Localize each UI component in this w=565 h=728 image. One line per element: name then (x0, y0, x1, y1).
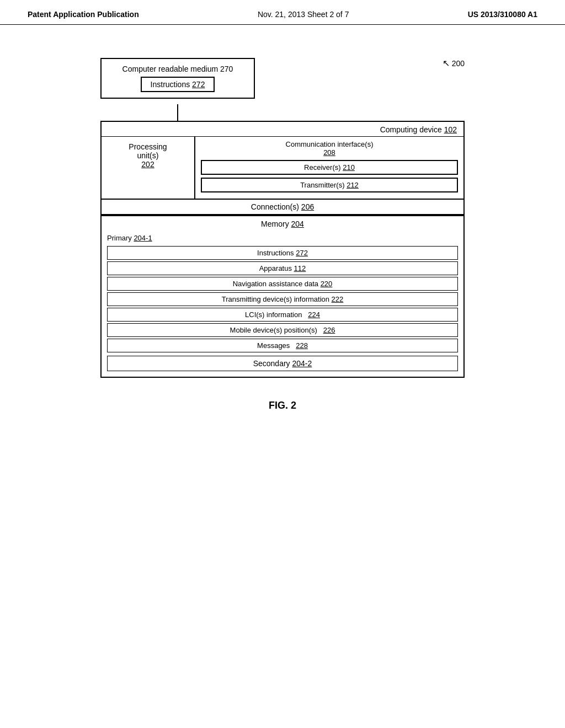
top-section: Computer readable medium 270 Instruction… (100, 58, 465, 99)
memory-row-transmitting-ref: 222 (332, 295, 344, 303)
memory-row-mobile-ref: 226 (323, 326, 335, 334)
memory-row-instructions-ref: 272 (296, 249, 308, 257)
memory-row-apparatus-text: Apparatus 112 (259, 264, 306, 272)
ref-200-label: ↖ 200 (443, 58, 465, 68)
connection-ref: 206 (301, 202, 314, 211)
comm-ref: 208 (323, 148, 335, 157)
receiver-box: Receiver(s) 210 (201, 160, 458, 175)
memory-row-transmitting: Transmitting device(s) information 222 (107, 292, 458, 306)
receiver-text: Receiver(s) 210 (304, 163, 355, 172)
comm-section: Communication interface(s)208 Receiver(s… (195, 137, 463, 199)
memory-row-lci: LCI(s) information 224 (107, 308, 458, 322)
memory-section: Memory 204 Primary 204-1 Instructions 27… (102, 215, 463, 371)
secondary-text: Secondary 204-2 (253, 359, 312, 368)
processing-unit-box: Processingunit(s)202 (102, 137, 195, 199)
v-line-crm-to-main (177, 104, 178, 121)
connection-text: Connection(s) 206 (251, 202, 314, 211)
memory-row-instructions: Instructions 272 (107, 246, 458, 260)
primary-label: Primary 204-1 (102, 232, 463, 244)
ref-200-number: 200 (452, 59, 465, 68)
memory-row-messages: Messages 228 (107, 339, 458, 352)
diagram-area: Computer readable medium 270 Instruction… (0, 25, 565, 428)
memory-text: Memory 204 (261, 220, 304, 228)
crm-text: Computer readable medium 270 (122, 65, 233, 73)
crm-instructions-ref: 272 (192, 80, 205, 89)
crm-label: Computer readable medium 270 (113, 65, 243, 73)
memory-row-nav-text: Navigation assistance data 220 (233, 280, 333, 288)
processing-unit-text: Processingunit(s)202 (129, 142, 167, 169)
memory-row-instructions-text: Instructions 272 (257, 249, 308, 257)
transmitter-text: Transmitter(s) 212 (300, 181, 359, 189)
memory-row-apparatus: Apparatus 112 (107, 261, 458, 275)
memory-row-lci-ref: 224 (308, 311, 320, 319)
receiver-ref: 210 (343, 163, 355, 172)
memory-label: Memory 204 (102, 216, 463, 232)
crm-instructions-text: Instructions 272 (151, 80, 205, 89)
page: Patent Application Publication Nov. 21, … (0, 0, 565, 728)
crm-instructions-box: Instructions 272 (141, 77, 215, 92)
memory-row-transmitting-text: Transmitting device(s) information 222 (222, 295, 344, 303)
computing-device-label: Computing device 102 (102, 122, 463, 136)
computing-device-text: Computing device 102 (380, 125, 457, 134)
memory-row-lci-text: LCI(s) information 224 (245, 311, 320, 319)
comm-label-text: Communication interface(s)208 (286, 140, 374, 157)
memory-ref: 204 (291, 220, 304, 228)
processing-unit-ref: 202 (141, 160, 154, 169)
memory-row-nav-ref: 220 (321, 280, 333, 288)
header-publication-label: Patent Application Publication (28, 10, 139, 19)
arrow-200-icon: ↖ (443, 58, 450, 68)
secondary-ref: 204-2 (292, 359, 312, 368)
computing-device-ref: 102 (444, 125, 457, 134)
transmitter-box: Transmitter(s) 212 (201, 178, 458, 192)
figure-caption: FIG. 2 (269, 400, 296, 411)
memory-row-apparatus-ref: 112 (294, 264, 306, 272)
memory-row-messages-text: Messages 228 (257, 341, 308, 350)
top-row: Processingunit(s)202 Communication inter… (102, 136, 463, 199)
secondary-bar: Secondary 204-2 (107, 356, 458, 371)
memory-row-nav: Navigation assistance data 220 (107, 277, 458, 291)
memory-row-mobile: Mobile device(s) position(s) 226 (107, 323, 458, 337)
comm-label: Communication interface(s)208 (201, 140, 458, 157)
page-header: Patent Application Publication Nov. 21, … (0, 0, 565, 25)
connection-bar: Connection(s) 206 (102, 199, 463, 215)
primary-ref: 204-1 (134, 234, 152, 242)
header-patent-number: US 2013/310080 A1 (468, 10, 537, 19)
crm-box: Computer readable medium 270 Instruction… (100, 58, 255, 99)
transmitter-ref: 212 (347, 181, 359, 189)
memory-row-messages-ref: 228 (296, 341, 308, 350)
main-box: Computing device 102 Processingunit(s)20… (100, 121, 465, 378)
memory-row-mobile-text: Mobile device(s) position(s) 226 (230, 326, 335, 334)
header-date-sheet: Nov. 21, 2013 Sheet 2 of 7 (258, 10, 349, 19)
connector-top (100, 104, 465, 121)
primary-text: Primary 204-1 (107, 234, 152, 242)
